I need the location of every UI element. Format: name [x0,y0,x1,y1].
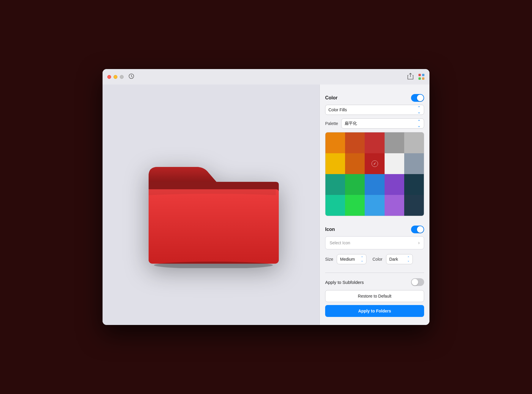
color-cell-1-1[interactable] [345,153,365,174]
color-toggle[interactable] [411,94,424,102]
folder-preview [140,140,282,269]
apply-subfolders-row: Apply to Subfolders [325,275,424,290]
history-icon[interactable] [128,73,134,81]
apply-button[interactable]: Apply to Folders [325,305,424,317]
color-cell-3-2[interactable] [365,195,384,216]
color-cell-0-1[interactable] [345,132,365,153]
icon-section-title: Icon [325,227,335,232]
size-label: Size [325,257,333,262]
icon-toggle-knob [417,226,424,233]
color-row-1: ✓ [325,153,424,174]
maximize-button[interactable] [120,75,124,79]
color-fills-arrows: ⌃ ⌄ [417,106,421,114]
sidebar: Color Color Fills ⌃ ⌄ [319,85,429,325]
svg-rect-4 [422,77,424,80]
apply-subfolders-toggle[interactable] [411,278,424,286]
apply-label: Apply to Folders [358,309,391,313]
svg-rect-2 [422,74,424,76]
color-grid: ✓ [325,132,424,216]
color-cell-2-2[interactable] [365,174,384,195]
color-cell-3-3[interactable] [385,195,404,216]
color-cell-3-1[interactable] [345,195,365,216]
apply-subfolders-label: Apply to Subfolders [325,280,364,285]
titlebar-icons [407,73,425,81]
grid-icon[interactable] [418,74,425,80]
color-cell-1-2[interactable]: ✓ [365,153,384,174]
titlebar [103,69,429,85]
app-window: Color Color Fills ⌃ ⌄ [103,69,429,325]
color-row-0 [325,132,424,153]
apply-subfolders-knob [412,279,418,285]
size-value: Medium [340,257,355,262]
size-color-row: Size Medium ⌃ ⌄ Color Dark ⌃ ⌄ [325,254,424,264]
color-cell-1-0[interactable] [325,153,345,174]
select-icon-label: Select Icon [330,240,350,245]
share-icon[interactable] [407,73,413,81]
color-cell-0-2[interactable] [365,132,384,153]
icon-color-arrows: ⌃ ⌄ [407,256,410,262]
color-fills-value: Color Fills [328,107,347,112]
color-cell-1-4[interactable] [404,153,424,174]
icon-color-label: Color [372,257,382,262]
main-content: Color Color Fills ⌃ ⌄ [103,85,429,325]
color-cell-2-0[interactable] [325,174,345,195]
selected-check: ✓ [372,160,378,167]
color-cell-2-3[interactable] [385,174,404,195]
icon-section: Icon Select Icon › Size Medium [325,222,424,270]
color-cell-2-1[interactable] [345,174,365,195]
color-toggle-knob [417,95,424,101]
restore-button[interactable]: Restore to Default [325,290,424,302]
close-button[interactable] [107,75,111,79]
palette-value: 扁平化 [344,121,357,126]
palette-dropdown[interactable]: 扁平化 ⌃ ⌄ [341,118,424,129]
svg-rect-3 [418,77,421,80]
select-icon-row[interactable]: Select Icon › [325,236,424,249]
icon-color-dropdown[interactable]: Dark ⌃ ⌄ [386,254,413,264]
color-cell-3-0[interactable] [325,195,345,216]
size-arrows: ⌃ ⌄ [361,256,363,262]
traffic-lights [107,75,124,79]
color-cell-0-3[interactable] [385,132,404,153]
color-section-header: Color [325,90,424,105]
color-cell-3-4[interactable] [404,195,424,216]
icon-section-header: Icon [325,222,424,236]
chevron-right-icon: › [418,240,420,246]
preview-area [103,85,319,325]
color-section: Color Color Fills ⌃ ⌄ [325,90,424,222]
color-fills-row: Color Fills ⌃ ⌄ [325,105,424,115]
icon-toggle[interactable] [411,226,424,233]
color-cell-0-4[interactable] [404,132,424,153]
minimize-button[interactable] [114,75,117,79]
color-fills-dropdown[interactable]: Color Fills ⌃ ⌄ [325,105,424,115]
size-dropdown[interactable]: Medium ⌃ ⌄ [337,254,366,264]
palette-row: Palette 扁平化 ⌃ ⌄ [325,118,424,129]
color-row-2 [325,174,424,195]
palette-label: Palette [325,121,338,126]
icon-color-value: Dark [389,257,398,262]
palette-arrows: ⌃ ⌄ [417,119,421,128]
color-row-3 [325,195,424,216]
color-cell-2-4[interactable] [404,174,424,195]
color-cell-0-0[interactable] [325,132,345,153]
svg-rect-1 [418,74,421,76]
restore-label: Restore to Default [358,294,391,298]
color-cell-1-3[interactable] [385,153,404,174]
color-section-title: Color [325,95,338,101]
divider [325,273,424,273]
